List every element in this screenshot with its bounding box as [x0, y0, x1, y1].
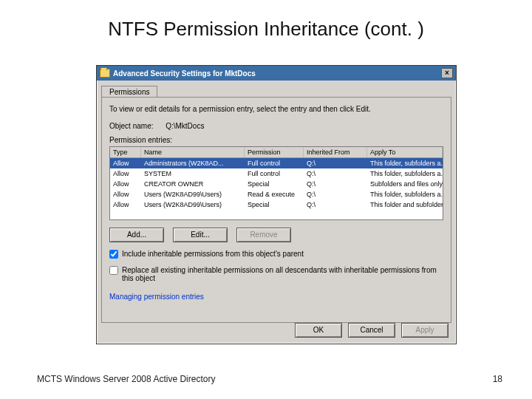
cell-type: Allow [110, 159, 141, 168]
cell-apply: This folder and subfolders [367, 200, 443, 209]
table-row[interactable]: AllowAdministrators (W2K8AD...Full contr… [110, 158, 443, 168]
col-inherited-from[interactable]: Inherited From [304, 147, 367, 157]
edit-button[interactable]: Edit... [173, 228, 228, 242]
slide-number: 18 [493, 374, 502, 384]
cell-perm: Special [245, 200, 304, 209]
titlebar: Advanced Security Settings for MktDocs × [97, 66, 456, 81]
object-name-row: Object name: Q:\MktDocs [109, 122, 443, 130]
managing-permission-link[interactable]: Managing permission entries [109, 293, 204, 301]
table-row[interactable]: AllowCREATOR OWNERSpecialQ:\Subfolders a… [110, 179, 443, 189]
table-row[interactable]: AllowSYSTEMFull controlQ:\This folder, s… [110, 168, 443, 179]
col-name[interactable]: Name [141, 147, 245, 157]
cell-perm: Full control [245, 169, 304, 178]
cancel-button[interactable]: Cancel [348, 323, 395, 338]
cell-name: Users (W2K8AD99\Users) [141, 200, 245, 209]
cell-type: Allow [110, 180, 141, 188]
col-apply-to[interactable]: Apply To [367, 147, 443, 157]
cell-type: Allow [110, 190, 141, 199]
tab-panel: To view or edit details for a permission… [101, 97, 451, 323]
col-type[interactable]: Type [110, 147, 141, 157]
object-name-value: Q:\MktDocs [166, 122, 204, 130]
cell-apply: This folder, subfolders a... [367, 159, 443, 168]
col-permission[interactable]: Permission [245, 147, 304, 157]
listview-header: Type Name Permission Inherited From Appl… [110, 147, 443, 158]
cell-apply: This folder, subfolders a... [367, 190, 443, 199]
dialog-buttons: OK Cancel Apply [295, 323, 449, 338]
entry-buttons: Add... Edit... Remove [109, 228, 443, 242]
cell-inh: Q:\ [304, 200, 367, 209]
cell-perm: Special [245, 180, 304, 188]
replace-inheritable-checkbox[interactable] [109, 266, 118, 275]
dialog-advanced-security: Advanced Security Settings for MktDocs ×… [96, 65, 457, 344]
folder-icon [100, 69, 110, 78]
cell-name: Administrators (W2K8AD... [141, 159, 245, 168]
cell-name: CREATOR OWNER [141, 180, 245, 188]
close-icon[interactable]: × [441, 68, 453, 78]
ok-button[interactable]: OK [295, 323, 342, 338]
table-row[interactable]: AllowUsers (W2K8AD99\Users)Read & execut… [110, 189, 443, 200]
cell-perm: Read & execute [245, 190, 304, 199]
cell-apply: This folder, subfolders a... [367, 169, 443, 178]
cell-name: Users (W2K8AD99\Users) [141, 190, 245, 199]
cell-type: Allow [110, 169, 141, 178]
footer-left: MCTS Windows Server 2008 Active Director… [37, 374, 215, 384]
replace-inheritable-check[interactable]: Replace all existing inheritable permiss… [109, 266, 443, 282]
add-button[interactable]: Add... [109, 228, 164, 242]
object-name-label: Object name: [109, 122, 153, 130]
cell-perm: Full control [245, 159, 304, 168]
cell-inh: Q:\ [304, 180, 367, 188]
replace-inheritable-label: Replace all existing inheritable permiss… [122, 266, 443, 282]
cell-inh: Q:\ [304, 159, 367, 168]
permission-entries-label: Permission entries: [109, 136, 443, 144]
remove-button[interactable]: Remove [236, 228, 291, 242]
tab-row: Permissions [101, 85, 451, 97]
slide-title: NTFS Permission Inheritance (cont. ) [0, 0, 532, 41]
apply-button[interactable]: Apply [401, 323, 449, 338]
window-title: Advanced Security Settings for MktDocs [113, 69, 441, 78]
cell-type: Allow [110, 200, 141, 209]
permission-listview[interactable]: Type Name Permission Inherited From Appl… [109, 146, 443, 220]
cell-inh: Q:\ [304, 190, 367, 199]
cell-apply: Subfolders and files only [367, 180, 443, 188]
cell-name: SYSTEM [141, 169, 245, 178]
instruction-text: To view or edit details for a permission… [109, 105, 443, 113]
table-row[interactable]: AllowUsers (W2K8AD99\Users)SpecialQ:\Thi… [110, 200, 443, 210]
cell-inh: Q:\ [304, 169, 367, 178]
include-inheritable-label: Include inheritable permissions from thi… [122, 250, 304, 258]
tab-permissions[interactable]: Permissions [101, 86, 157, 98]
include-inheritable-checkbox[interactable] [109, 250, 118, 259]
include-inheritable-check[interactable]: Include inheritable permissions from thi… [109, 250, 443, 259]
